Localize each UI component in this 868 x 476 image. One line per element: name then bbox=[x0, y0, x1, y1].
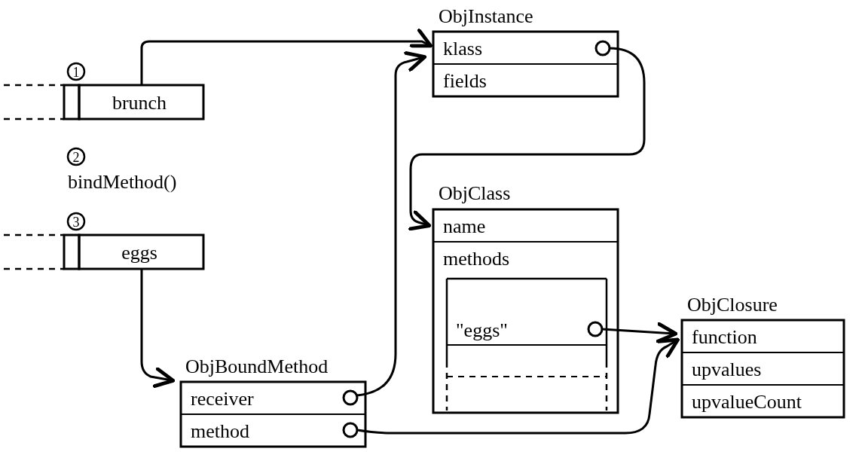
stack-slot-eggs: eggs bbox=[0, 235, 203, 269]
objinstance-struct: ObjInstance klass fields bbox=[433, 5, 618, 96]
objinstance-klass-socket bbox=[596, 41, 610, 55]
objclass-title: ObjClass bbox=[439, 182, 510, 204]
step-1-badge: 1 bbox=[68, 63, 84, 80]
svg-text:3: 3 bbox=[73, 215, 80, 230]
objclass-methods-label: methods bbox=[443, 248, 509, 270]
step-3-badge: 3 bbox=[68, 213, 84, 230]
objclosure-upvalues-label: upvalues bbox=[692, 359, 761, 380]
objboundmethod-struct: ObjBoundMethod receiver method bbox=[181, 355, 365, 447]
svg-rect-2 bbox=[64, 85, 79, 119]
objinstance-klass-label: klass bbox=[443, 38, 482, 60]
stack-slot-brunch-label: brunch bbox=[112, 92, 167, 114]
arrow-eggs-to-objboundmethod bbox=[142, 269, 172, 380]
arrow-receiver-to-objinstance bbox=[357, 57, 423, 395]
svg-rect-12 bbox=[433, 209, 618, 413]
svg-text:2: 2 bbox=[73, 150, 80, 165]
objboundmethod-method-socket bbox=[344, 423, 357, 437]
diagram: 1 brunch 2 bindMethod() 3 bbox=[0, 0, 868, 476]
objclosure-title: ObjClosure bbox=[687, 294, 778, 316]
objboundmethod-receiver-label: receiver bbox=[191, 388, 254, 410]
arrow-brunch-to-objinstance bbox=[142, 41, 429, 85]
objclass-entry-socket bbox=[588, 322, 602, 336]
objinstance-fields-label: fields bbox=[443, 70, 487, 92]
objclosure-struct: ObjClosure function upvalues upvalueCoun… bbox=[682, 294, 844, 417]
objclass-name-label: name bbox=[443, 215, 485, 237]
objboundmethod-method-label: method bbox=[191, 420, 249, 442]
svg-rect-8 bbox=[64, 235, 79, 269]
step-2-badge: 2 bbox=[68, 148, 84, 165]
objclosure-upvaluecount-label: upvalueCount bbox=[692, 391, 802, 413]
objclass-methods-table: "eggs" bbox=[447, 279, 607, 410]
stack-slot-eggs-label: eggs bbox=[121, 242, 157, 264]
svg-text:1: 1 bbox=[73, 65, 80, 80]
arrow-eggsentry-to-objclosure bbox=[602, 329, 674, 334]
objboundmethod-receiver-socket bbox=[344, 391, 357, 404]
objclass-entry-eggs: "eggs" bbox=[456, 319, 508, 341]
objclosure-function-label: function bbox=[692, 326, 757, 348]
objinstance-title: ObjInstance bbox=[439, 5, 533, 27]
objclass-struct: ObjClass name methods "eggs" bbox=[433, 182, 618, 413]
bindmethod-label: bindMethod() bbox=[68, 171, 176, 193]
stack-slot-brunch: brunch bbox=[0, 85, 203, 119]
arrow-method-to-objclosure bbox=[357, 340, 677, 433]
stack-column: 1 brunch 2 bindMethod() 3 bbox=[0, 63, 203, 269]
objboundmethod-title: ObjBoundMethod bbox=[185, 355, 328, 377]
